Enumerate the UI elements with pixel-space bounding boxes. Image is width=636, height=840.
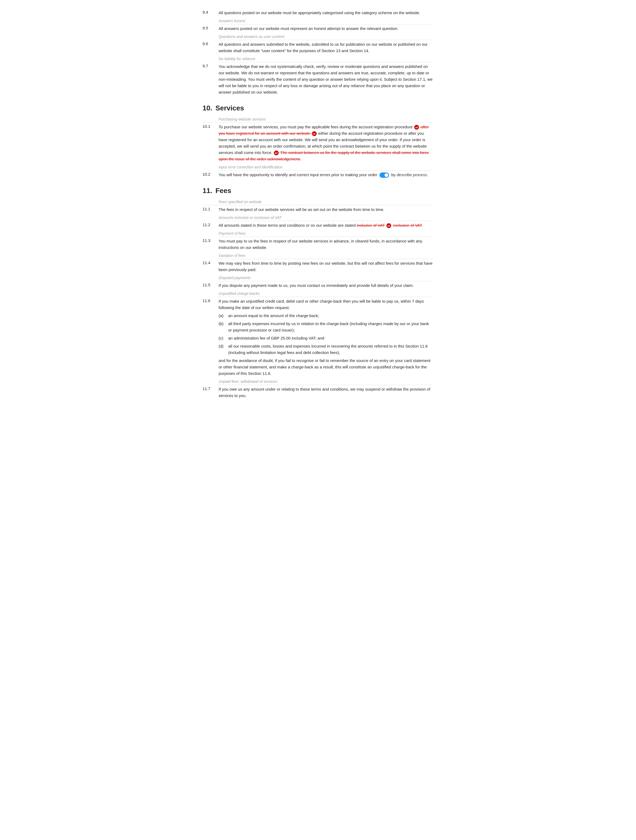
or-badge-3: or <box>274 150 279 155</box>
clause-11-7: 11.7 If you owe us any amount under or r… <box>203 386 433 399</box>
list-label-d: (d) <box>219 343 226 356</box>
sub-label-input-error: Input error correction and identificatio… <box>203 165 433 169</box>
clause-10-2-text-before: You will have the opportunity to identif… <box>219 172 378 177</box>
section-9-clauses: 9.4 All questions posted on our website … <box>203 9 433 95</box>
clause-text-10-2: You will have the opportunity to identif… <box>219 172 433 178</box>
clause-num-9-5: 9.5 <box>203 25 219 30</box>
list-text-d: all our reasonable costs, losses and exp… <box>228 343 433 356</box>
list-item-b: (b) all third party expenses incurred by… <box>219 321 433 333</box>
sub-label-disputed-payments: Disputed payments <box>203 276 433 280</box>
clause-10-2-italic-option: describe process <box>397 172 427 177</box>
sub-label-purchasing-website-services: Purchasing website services <box>203 117 433 122</box>
section-11-title: Fees <box>216 186 231 195</box>
list-item-c: (c) an administration fee of GBP 25.00 i… <box>219 335 433 341</box>
clause-text-11-1: The fees in respect of our website servi… <box>219 206 433 213</box>
section-10-number: 10. <box>203 104 212 112</box>
clause-11-2-inclusive-vat: inclusive of VAT <box>357 223 385 227</box>
clause-text-11-2: All amounts stated in these terms and co… <box>219 222 433 229</box>
clause-11-6-text-before: If you make an unjustified credit card, … <box>219 299 424 310</box>
clause-text-9-6: All questions and answers submitted to t… <box>219 41 433 54</box>
clause-text-9-4: All questions posted on our website must… <box>219 9 433 16</box>
clause-10-2-text-after: by <box>390 172 397 177</box>
clause-9-6: 9.6 All questions and answers submitted … <box>203 41 433 54</box>
sub-label-variation-fees: Variation of fees <box>203 253 433 258</box>
clause-num-9-4: 9.4 <box>203 9 219 14</box>
section-10-heading: 10. Services <box>203 104 433 112</box>
clause-9-7: 9.7 You acknowledge that we do not syste… <box>203 63 433 95</box>
list-text-b: all third party expenses incurred by us … <box>228 321 433 333</box>
sub-label-no-liability: No liability for reliance <box>203 57 433 61</box>
clause-9-4: 9.4 All questions posted on our website … <box>203 9 433 16</box>
clause-11-2-text-before: All amounts stated in these terms and co… <box>219 223 357 227</box>
clause-num-11-5: 11.5 <box>203 282 219 287</box>
clause-num-10-1: 10.1 <box>203 124 219 129</box>
clause-10-1-text-before: To purchase our website services, you mu… <box>219 125 414 129</box>
clause-num-11-6: 11.6 <box>203 298 219 303</box>
sub-label-payment-fees: Payment of fees <box>203 231 433 235</box>
clause-num-10-2: 10.2 <box>203 172 219 177</box>
clause-num-11-3: 11.3 <box>203 238 219 243</box>
sub-label-unjustified-chargebacks: Unjustified charge-backs <box>203 291 433 296</box>
sub-label-questions-answers-user-content: Questions and answers as user content <box>203 35 433 39</box>
clause-10-2-text-end: . <box>427 172 428 177</box>
clause-num-11-4: 11.4 <box>203 260 219 265</box>
clause-text-11-5: If you dispute any payment made to us, y… <box>219 282 433 289</box>
clause-10-2: 10.2 You will have the opportunity to id… <box>203 172 433 178</box>
clause-text-10-1: To purchase our website services, you mu… <box>219 124 433 162</box>
list-item-a: (a) an amount equal to the amount of the… <box>219 313 433 319</box>
list-label-a: (a) <box>219 313 226 319</box>
list-label-c: (c) <box>219 335 226 341</box>
or-badge-2: or <box>312 131 316 136</box>
sub-label-fees-specified: Fees specified on website <box>203 200 433 204</box>
section-10-title: Services <box>216 104 244 112</box>
clause-text-9-5: All answers posted on our website must r… <box>219 25 433 32</box>
clause-11-6-list: (a) an amount equal to the amount of the… <box>219 313 433 356</box>
section-10: 10. Services Purchasing website services… <box>203 104 433 178</box>
clause-11-2-exclusive-vat: exclusive of VAT <box>393 223 422 227</box>
list-label-b: (b) <box>219 321 226 333</box>
list-text-a: an amount equal to the amount of the cha… <box>228 313 319 319</box>
clause-11-6-text-after: and for the avoidance of doubt, if you f… <box>219 358 430 376</box>
section-11-number: 11. <box>203 186 212 195</box>
or-badge-1: or <box>414 125 419 129</box>
clause-num-11-1: 11.1 <box>203 206 219 211</box>
sub-label-unpaid-fees: Unpaid fees: withdrawal of services <box>203 379 433 384</box>
clause-num-9-6: 9.6 <box>203 41 219 46</box>
clause-text-11-6: If you make an unjustified credit card, … <box>219 298 433 377</box>
clause-11-5: 11.5 If you dispute any payment made to … <box>203 282 433 289</box>
section-11: 11. Fees Fees specified on website 11.1 … <box>203 186 433 399</box>
clause-num-11-7: 11.7 <box>203 386 219 391</box>
toggle-circle <box>384 173 388 177</box>
clause-9-5: 9.5 All answers posted on our website mu… <box>203 25 433 32</box>
sub-label-answers-honest: Answers honest <box>203 19 433 23</box>
clause-text-11-7: If you owe us any amount under or relati… <box>219 386 433 399</box>
toggle-switch[interactable] <box>379 172 389 178</box>
clause-11-6: 11.6 If you make an unjustified credit c… <box>203 298 433 377</box>
clause-text-11-4: We may vary fees from time to time by po… <box>219 260 433 273</box>
clause-num-9-7: 9.7 <box>203 63 219 68</box>
clause-11-4: 11.4 We may vary fees from time to time … <box>203 260 433 273</box>
clause-11-2: 11.2 All amounts stated in these terms a… <box>203 222 433 229</box>
clause-10-1: 10.1 To purchase our website services, y… <box>203 124 433 162</box>
clause-11-1: 11.1 The fees in respect of our website … <box>203 206 433 213</box>
section-11-heading: 11. Fees <box>203 186 433 195</box>
clause-11-2-text-end: . <box>422 223 423 227</box>
list-text-c: an administration fee of GBP 25.00 inclu… <box>228 335 324 341</box>
clause-num-11-2: 11.2 <box>203 222 219 227</box>
list-item-d: (d) all our reasonable costs, losses and… <box>219 343 433 356</box>
clause-11-3: 11.3 You must pay to us the fees in resp… <box>203 238 433 251</box>
sub-label-amounts-vat: Amounts inclusive or exclusive of VAT <box>203 215 433 220</box>
clause-text-11-3: You must pay to us the fees in respect o… <box>219 238 433 251</box>
clause-text-9-7: You acknowledge that we do not systemati… <box>219 63 433 95</box>
or-badge-vat: or <box>386 223 391 228</box>
